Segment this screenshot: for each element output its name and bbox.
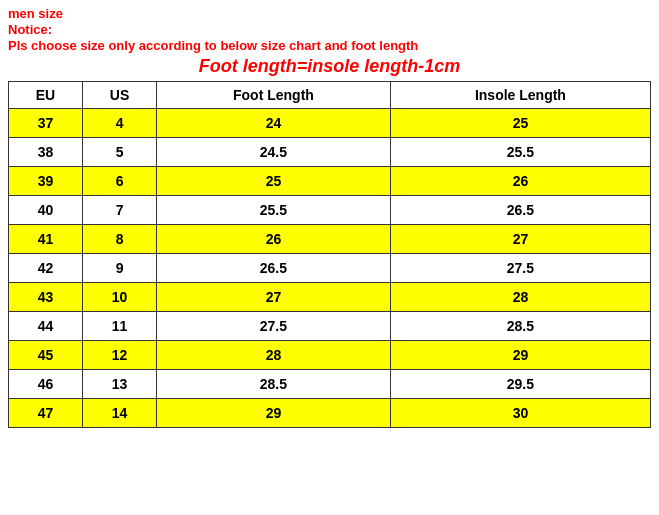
- table-row: 3962526: [9, 167, 651, 196]
- table-row: 3742425: [9, 109, 651, 138]
- cell-us: 7: [83, 196, 157, 225]
- cell-foot: 25.5: [157, 196, 391, 225]
- cell-foot: 26.5: [157, 254, 391, 283]
- table-row: 38524.525.5: [9, 138, 651, 167]
- table-header-row: EU US Foot Length Insole Length: [9, 82, 651, 109]
- cell-foot: 28.5: [157, 370, 391, 399]
- cell-foot: 25: [157, 167, 391, 196]
- cell-insole: 29.5: [390, 370, 650, 399]
- cell-eu: 46: [9, 370, 83, 399]
- cell-us: 4: [83, 109, 157, 138]
- header-foot-length: Foot Length: [157, 82, 391, 109]
- cell-eu: 41: [9, 225, 83, 254]
- cell-us: 6: [83, 167, 157, 196]
- instruction-text: Pls choose size only according to below …: [8, 38, 651, 53]
- cell-us: 9: [83, 254, 157, 283]
- cell-insole: 28.5: [390, 312, 650, 341]
- cell-eu: 42: [9, 254, 83, 283]
- cell-foot: 28: [157, 341, 391, 370]
- cell-eu: 47: [9, 399, 83, 428]
- men-size-title: men size: [8, 6, 651, 21]
- header-insole-length: Insole Length: [390, 82, 650, 109]
- cell-foot: 26: [157, 225, 391, 254]
- cell-foot: 27: [157, 283, 391, 312]
- cell-foot: 27.5: [157, 312, 391, 341]
- table-row: 461328.529.5: [9, 370, 651, 399]
- cell-us: 8: [83, 225, 157, 254]
- size-chart-table: EU US Foot Length Insole Length 37424253…: [8, 81, 651, 428]
- cell-insole: 25.5: [390, 138, 650, 167]
- cell-insole: 27.5: [390, 254, 650, 283]
- table-row: 441127.528.5: [9, 312, 651, 341]
- cell-us: 5: [83, 138, 157, 167]
- cell-insole: 29: [390, 341, 650, 370]
- notice-label: Notice:: [8, 22, 651, 37]
- subtitle-text: Foot length=insole length-1cm: [8, 56, 651, 77]
- cell-insole: 25: [390, 109, 650, 138]
- cell-insole: 30: [390, 399, 650, 428]
- header-eu: EU: [9, 82, 83, 109]
- table-row: 42926.527.5: [9, 254, 651, 283]
- cell-foot: 29: [157, 399, 391, 428]
- cell-eu: 39: [9, 167, 83, 196]
- main-container: men size Notice: Pls choose size only ac…: [0, 0, 659, 432]
- cell-eu: 43: [9, 283, 83, 312]
- cell-us: 13: [83, 370, 157, 399]
- table-row: 40725.526.5: [9, 196, 651, 225]
- cell-insole: 26.5: [390, 196, 650, 225]
- cell-eu: 45: [9, 341, 83, 370]
- table-row: 45122829: [9, 341, 651, 370]
- cell-insole: 27: [390, 225, 650, 254]
- cell-foot: 24: [157, 109, 391, 138]
- cell-us: 11: [83, 312, 157, 341]
- table-row: 43102728: [9, 283, 651, 312]
- table-row: 4182627: [9, 225, 651, 254]
- cell-insole: 26: [390, 167, 650, 196]
- cell-eu: 40: [9, 196, 83, 225]
- cell-us: 12: [83, 341, 157, 370]
- cell-foot: 24.5: [157, 138, 391, 167]
- cell-us: 10: [83, 283, 157, 312]
- cell-eu: 38: [9, 138, 83, 167]
- cell-eu: 44: [9, 312, 83, 341]
- cell-insole: 28: [390, 283, 650, 312]
- cell-us: 14: [83, 399, 157, 428]
- cell-eu: 37: [9, 109, 83, 138]
- header-us: US: [83, 82, 157, 109]
- table-row: 47142930: [9, 399, 651, 428]
